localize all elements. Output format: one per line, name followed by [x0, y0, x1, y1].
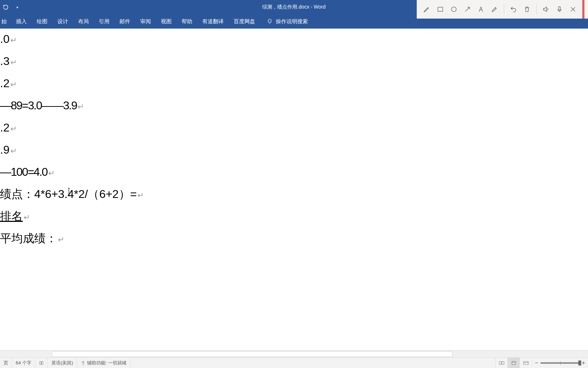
- word-count[interactable]: 64 个字: [12, 358, 35, 368]
- tab-youdao[interactable]: 有道翻译: [197, 14, 229, 29]
- separator: [536, 4, 537, 14]
- zoom-slider[interactable]: [541, 362, 580, 364]
- paragraph-mark-icon: ↵: [137, 185, 144, 206]
- tab-view[interactable]: 视图: [156, 14, 177, 29]
- rectangle-icon[interactable]: [434, 3, 447, 16]
- circle-icon[interactable]: [447, 3, 460, 16]
- text-line[interactable]: 绩点：4*6+3.4*2/（6+2）=↵: [0, 184, 588, 206]
- redo-icon[interactable]: [1, 3, 10, 11]
- paragraph-mark-icon: ↵: [58, 229, 64, 250]
- book-icon: [39, 360, 44, 365]
- web-layout-button[interactable]: [519, 358, 532, 368]
- accessibility-icon: [81, 360, 86, 365]
- horizontal-scrollbar[interactable]: [0, 350, 588, 357]
- spellcheck-indicator[interactable]: [35, 358, 48, 368]
- lightbulb-icon: [267, 18, 273, 25]
- tab-help[interactable]: 帮助: [177, 14, 197, 29]
- text-line[interactable]: .2↵: [0, 73, 588, 95]
- paragraph-mark-icon: ↵: [10, 141, 17, 161]
- undo-icon[interactable]: [507, 3, 520, 16]
- tab-design[interactable]: 设计: [52, 14, 73, 29]
- tab-references[interactable]: 引用: [94, 14, 115, 29]
- paragraph-mark-icon: ↵: [48, 163, 55, 184]
- tell-me-search[interactable]: 操作说明搜索: [267, 18, 308, 25]
- language-indicator[interactable]: 英语(美国): [48, 358, 77, 368]
- paragraph-mark-icon: ↵: [10, 74, 17, 95]
- zoom-out-button[interactable]: −: [535, 360, 538, 366]
- qat-dropdown-icon[interactable]: ▾: [13, 3, 21, 11]
- svg-rect-4: [512, 361, 516, 364]
- paragraph-mark-icon: ↵: [10, 119, 17, 139]
- text-line[interactable]: .2↵: [0, 117, 588, 139]
- svg-point-1: [451, 7, 456, 11]
- tab-mailings[interactable]: 邮件: [115, 14, 135, 29]
- zoom-control[interactable]: − +: [532, 360, 588, 366]
- separator: [504, 4, 504, 14]
- text-line[interactable]: —89=3.0——3.9↵: [0, 95, 588, 117]
- paragraph-mark-icon: ↵: [24, 207, 30, 228]
- scrollbar-track[interactable]: [52, 351, 452, 357]
- document-page: .0↵ .3↵ .2↵ —89=3.0——3.9↵ .2↵ .9↵ —100=4…: [0, 29, 588, 250]
- read-mode-button[interactable]: [495, 358, 507, 368]
- tab-draw[interactable]: 绘图: [32, 14, 52, 29]
- tab-review[interactable]: 审阅: [135, 14, 156, 29]
- text-icon[interactable]: [475, 3, 487, 16]
- text-line[interactable]: 平均成绩： ↵: [0, 228, 588, 250]
- close-icon[interactable]: [567, 3, 579, 16]
- tab-insert[interactable]: 插入: [11, 14, 32, 29]
- text-line[interactable]: —100=4.0↵: [0, 161, 588, 184]
- text-line[interactable]: .9↵: [0, 139, 588, 161]
- arrow-icon[interactable]: [461, 3, 474, 16]
- svg-rect-5: [523, 362, 528, 364]
- status-right-group: − +: [495, 358, 588, 368]
- record-edge-indicator: [582, 0, 584, 19]
- status-bar: 页 64 个字 英语(美国) 辅助功能: 一切就绪 − +: [0, 357, 588, 368]
- delete-icon[interactable]: [521, 3, 533, 16]
- text-line[interactable]: 排名↵: [0, 206, 588, 228]
- paragraph-mark-icon: ↵: [10, 52, 17, 73]
- document-title: 综测，绩点作用.docx - Word: [262, 4, 325, 10]
- text-line[interactable]: .0↵: [0, 29, 588, 51]
- page-indicator[interactable]: 页: [0, 358, 12, 368]
- document-area[interactable]: .0↵ .3↵ .2↵ —89=3.0——3.9↵ .2↵ .9↵ —100=4…: [0, 29, 588, 357]
- accessibility-indicator[interactable]: 辅助功能: 一切就绪: [77, 358, 131, 368]
- annotation-toolbar: [417, 0, 588, 19]
- text-line[interactable]: .3↵: [0, 51, 588, 73]
- text-cursor: [67, 188, 70, 198]
- tab-home[interactable]: 始: [0, 14, 11, 29]
- paragraph-mark-icon: ↵: [77, 96, 84, 117]
- svg-rect-0: [438, 7, 442, 11]
- quick-access-toolbar: ▾: [0, 3, 21, 11]
- zoom-thumb[interactable]: [578, 360, 581, 365]
- paragraph-mark-icon: ↵: [10, 30, 17, 51]
- svg-rect-2: [559, 7, 561, 10]
- highlighter-icon[interactable]: [488, 3, 501, 16]
- print-layout-button[interactable]: [507, 358, 519, 368]
- tell-me-label: 操作说明搜索: [276, 18, 308, 25]
- tab-layout[interactable]: 布局: [73, 14, 94, 29]
- sound-icon[interactable]: [539, 3, 552, 16]
- microphone-icon[interactable]: [553, 3, 566, 16]
- pen-icon[interactable]: [420, 3, 433, 16]
- zoom-in-button[interactable]: +: [582, 360, 585, 366]
- tab-baidu[interactable]: 百度网盘: [229, 14, 260, 29]
- svg-point-3: [83, 361, 83, 362]
